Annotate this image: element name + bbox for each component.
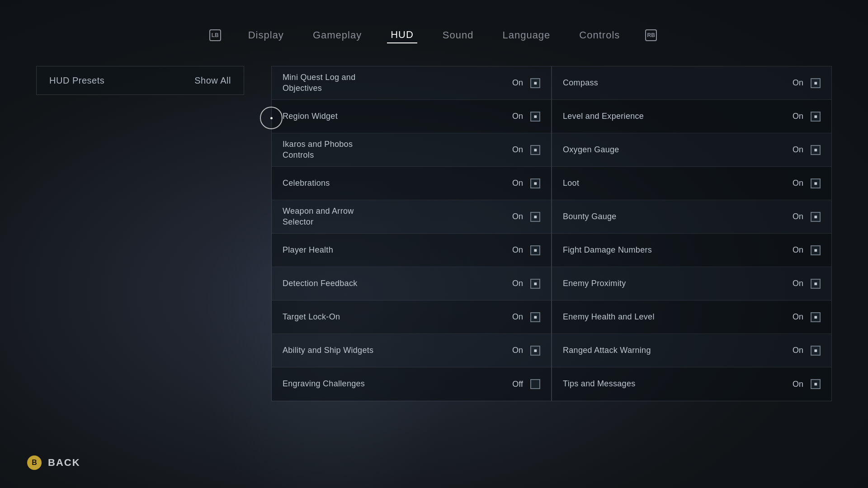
back-button[interactable]: B BACK	[27, 455, 80, 470]
row-name-celebrations: Celebrations	[283, 178, 509, 188]
row-value-level-experience: On	[789, 112, 803, 121]
row-value-tips-messages: On	[789, 380, 803, 389]
row-value-region-widget: On	[509, 112, 523, 121]
settings-row-player-health: Player HealthOn	[272, 234, 551, 267]
row-value-detection-feedback: On	[509, 279, 523, 288]
row-name-level-experience: Level and Experience	[563, 111, 789, 122]
lb-badge: LB	[209, 29, 221, 41]
settings-row-celebrations: CelebrationsOn	[272, 167, 551, 200]
row-checkbox-enemy-proximity[interactable]	[811, 279, 821, 289]
settings-row-ikaros-phobos: Ikaros and Phobos ControlsOn	[272, 133, 551, 167]
row-value-mini-quest-log: On	[509, 78, 523, 88]
row-name-mini-quest-log: Mini Quest Log and Objectives	[283, 72, 509, 94]
row-checkbox-compass[interactable]	[811, 78, 821, 88]
row-checkbox-ability-ship-widgets[interactable]	[530, 346, 540, 356]
tab-sound[interactable]: Sound	[439, 28, 477, 43]
settings-row-oxygen-gauge: Oxygen GaugeOn	[552, 133, 831, 167]
row-value-weapon-arrow: On	[509, 212, 523, 221]
row-checkbox-detection-feedback[interactable]	[530, 279, 540, 289]
presets-label: HUD Presets	[49, 75, 104, 86]
row-name-loot: Loot	[563, 178, 789, 188]
tab-gameplay[interactable]: Gameplay	[309, 28, 365, 43]
row-name-bounty-gauge: Bounty Gauge	[563, 211, 789, 222]
row-value-oxygen-gauge: On	[789, 145, 803, 155]
left-panel: HUD Presets Show All	[36, 66, 244, 95]
show-all-button[interactable]: Show All	[194, 75, 231, 86]
row-value-ikaros-phobos: On	[509, 145, 523, 155]
rb-badge: RB	[645, 29, 657, 41]
row-checkbox-oxygen-gauge[interactable]	[811, 145, 821, 155]
row-name-detection-feedback: Detection Feedback	[283, 278, 509, 289]
row-name-ikaros-phobos: Ikaros and Phobos Controls	[283, 139, 509, 160]
settings-left-column: Mini Quest Log and ObjectivesOnRegion Wi…	[271, 66, 552, 401]
row-checkbox-ranged-attack-warning[interactable]	[811, 346, 821, 356]
row-name-engraving-challenges: Engraving Challenges	[283, 379, 509, 389]
row-name-compass: Compass	[563, 78, 789, 88]
settings-row-bounty-gauge: Bounty GaugeOn	[552, 200, 831, 234]
settings-row-tips-messages: Tips and MessagesOn	[552, 367, 831, 401]
row-value-loot: On	[789, 178, 803, 188]
top-nav: LB Display Gameplay HUD Sound Language C…	[0, 0, 868, 52]
settings-row-enemy-proximity: Enemy ProximityOn	[552, 267, 831, 300]
main-content: HUD Presets Show All Mini Quest Log and …	[0, 52, 868, 486]
row-name-weapon-arrow: Weapon and Arrow Selector	[283, 206, 509, 227]
hud-presets-box: HUD Presets Show All	[36, 66, 244, 95]
row-checkbox-weapon-arrow[interactable]	[530, 212, 540, 222]
row-name-ability-ship-widgets: Ability and Ship Widgets	[283, 345, 509, 356]
row-checkbox-engraving-challenges[interactable]	[530, 379, 540, 389]
settings-row-ranged-attack-warning: Ranged Attack WarningOn	[552, 334, 831, 367]
row-checkbox-enemy-health-level[interactable]	[811, 312, 821, 322]
row-name-enemy-proximity: Enemy Proximity	[563, 278, 789, 289]
back-label: BACK	[48, 457, 80, 469]
tab-language[interactable]: Language	[499, 28, 554, 43]
row-checkbox-level-experience[interactable]	[811, 112, 821, 122]
row-value-target-lock-on: On	[509, 312, 523, 322]
row-checkbox-ikaros-phobos[interactable]	[530, 145, 540, 155]
row-name-tips-messages: Tips and Messages	[563, 379, 789, 389]
row-checkbox-loot[interactable]	[811, 178, 821, 188]
row-name-region-widget: Region Widget	[283, 111, 509, 122]
row-value-compass: On	[789, 78, 803, 88]
settings-row-target-lock-on: Target Lock-OnOn	[272, 300, 551, 334]
settings-row-loot: LootOn	[552, 167, 831, 200]
settings-right-column: CompassOnLevel and ExperienceOnOxygen Ga…	[552, 66, 832, 401]
settings-row-weapon-arrow: Weapon and Arrow SelectorOn	[272, 200, 551, 234]
tab-controls[interactable]: Controls	[576, 28, 623, 43]
row-name-oxygen-gauge: Oxygen Gauge	[563, 145, 789, 155]
row-name-enemy-health-level: Enemy Health and Level	[563, 312, 789, 322]
settings-row-detection-feedback: Detection FeedbackOn	[272, 267, 551, 300]
settings-row-enemy-health-level: Enemy Health and LevelOn	[552, 300, 831, 334]
row-checkbox-target-lock-on[interactable]	[530, 312, 540, 322]
settings-page: LB Display Gameplay HUD Sound Language C…	[0, 0, 868, 488]
tab-display[interactable]: Display	[245, 28, 288, 43]
row-checkbox-fight-damage-numbers[interactable]	[811, 245, 821, 255]
row-name-ranged-attack-warning: Ranged Attack Warning	[563, 345, 789, 356]
settings-row-mini-quest-log: Mini Quest Log and ObjectivesOn	[272, 66, 551, 100]
row-name-player-health: Player Health	[283, 245, 509, 255]
row-checkbox-player-health[interactable]	[530, 245, 540, 255]
row-value-enemy-health-level: On	[789, 312, 803, 322]
back-badge: B	[27, 455, 42, 470]
tab-hud[interactable]: HUD	[387, 27, 417, 43]
settings-row-engraving-challenges: Engraving ChallengesOff	[272, 367, 551, 401]
row-value-celebrations: On	[509, 178, 523, 188]
row-value-ranged-attack-warning: On	[789, 346, 803, 355]
row-value-ability-ship-widgets: On	[509, 346, 523, 355]
settings-row-compass: CompassOn	[552, 66, 831, 100]
settings-row-region-widget: Region WidgetOn	[272, 100, 551, 133]
row-value-enemy-proximity: On	[789, 279, 803, 288]
row-checkbox-region-widget[interactable]	[530, 112, 540, 122]
row-checkbox-tips-messages[interactable]	[811, 379, 821, 389]
row-value-engraving-challenges: Off	[509, 380, 523, 389]
settings-row-level-experience: Level and ExperienceOn	[552, 100, 831, 133]
row-value-bounty-gauge: On	[789, 212, 803, 221]
row-value-fight-damage-numbers: On	[789, 245, 803, 255]
row-name-target-lock-on: Target Lock-On	[283, 312, 509, 322]
row-value-player-health: On	[509, 245, 523, 255]
row-checkbox-celebrations[interactable]	[530, 178, 540, 188]
row-checkbox-mini-quest-log[interactable]	[530, 78, 540, 88]
right-panel: Mini Quest Log and ObjectivesOnRegion Wi…	[271, 66, 832, 401]
settings-row-fight-damage-numbers: Fight Damage NumbersOn	[552, 234, 831, 267]
row-checkbox-bounty-gauge[interactable]	[811, 212, 821, 222]
hud-settings-table: Mini Quest Log and ObjectivesOnRegion Wi…	[271, 66, 832, 401]
